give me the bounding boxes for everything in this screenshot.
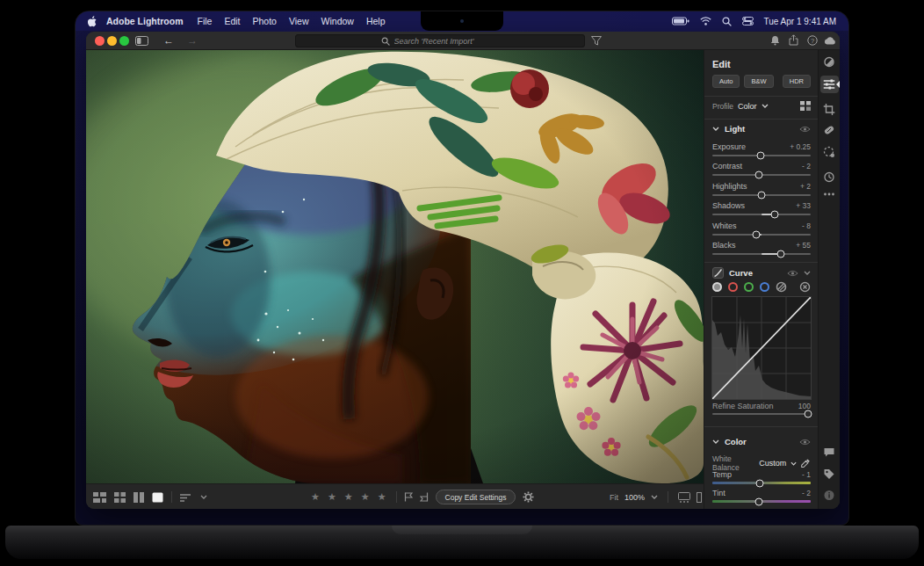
profile-chevron-down-icon[interactable] <box>762 104 769 108</box>
back-button[interactable]: ← <box>163 34 174 47</box>
battery-icon[interactable] <box>672 17 689 25</box>
tone-curve-graph[interactable] <box>711 296 812 400</box>
shadows-slider[interactable] <box>712 214 811 215</box>
reject-flag-icon[interactable] <box>420 492 429 502</box>
eyedropper-icon[interactable] <box>801 458 811 468</box>
tint-slider[interactable] <box>712 500 811 503</box>
curve-section-title[interactable]: Curve <box>729 268 753 278</box>
color-section-chevron-icon[interactable] <box>712 439 719 444</box>
menu-help[interactable]: Help <box>366 16 386 26</box>
copy-edit-settings-button[interactable]: Copy Edit Settings <box>436 490 516 504</box>
highlights-value: + 2 <box>800 182 811 191</box>
blacks-slider[interactable] <box>712 253 811 255</box>
apple-logo-icon[interactable] <box>88 16 97 27</box>
filter-icon[interactable] <box>591 36 602 46</box>
tint-slider-knob[interactable] <box>754 497 762 505</box>
detail-view-icon[interactable] <box>152 492 163 503</box>
shadows-slider-knob[interactable] <box>770 211 778 219</box>
crop-tool-icon[interactable] <box>824 104 835 115</box>
help-icon[interactable]: ? <box>807 35 818 46</box>
whites-slider[interactable] <box>712 234 811 236</box>
curve-channel-blue-button[interactable] <box>760 282 769 292</box>
filmstrip-toggle-icon[interactable] <box>678 492 690 503</box>
temp-slider[interactable] <box>712 482 811 484</box>
control-center-icon[interactable] <box>742 17 754 25</box>
settings-gear-icon[interactable] <box>523 491 534 503</box>
white-balance-chevron-icon[interactable] <box>790 461 797 466</box>
star-rating[interactable]: ★ ★ ★ ★ ★ <box>311 491 389 503</box>
curve-channel-all-button[interactable] <box>712 282 722 292</box>
curve-target-adjust-icon[interactable] <box>799 281 811 293</box>
photo-canvas[interactable] <box>86 50 704 483</box>
whites-label: Whites <box>712 221 737 230</box>
menubar-clock[interactable]: Tue Apr 1 9:41 AM <box>764 17 836 26</box>
auto-button[interactable]: Auto <box>712 75 740 88</box>
curve-icon <box>712 267 724 279</box>
search-input[interactable] <box>394 37 500 46</box>
sort-chevron-down-icon[interactable] <box>200 495 207 499</box>
minimize-window-button[interactable] <box>107 36 117 46</box>
menu-edit[interactable]: Edit <box>224 16 240 26</box>
search-bar[interactable] <box>295 34 585 47</box>
sort-icon[interactable] <box>180 493 192 502</box>
light-visibility-eye-icon[interactable] <box>799 126 811 133</box>
curve-visibility-eye-icon[interactable] <box>787 270 798 277</box>
highlights-slider[interactable] <box>712 194 811 196</box>
color-visibility-eye-icon[interactable] <box>799 439 811 446</box>
fit-label[interactable]: Fit <box>610 493 618 502</box>
edit-sliders-icon[interactable] <box>824 79 835 90</box>
zoom-level-value[interactable]: 100% <box>624 493 645 502</box>
whites-slider-knob[interactable] <box>753 231 761 239</box>
curve-channel-green-button[interactable] <box>744 282 754 292</box>
compare-view-icon[interactable] <box>134 492 144 503</box>
pick-flag-icon[interactable] <box>404 492 413 502</box>
keywords-tag-icon[interactable] <box>824 468 835 480</box>
healing-tool-icon[interactable] <box>824 125 835 135</box>
refine-saturation-knob[interactable] <box>804 410 812 418</box>
curve-channel-parametric-button[interactable] <box>776 281 787 293</box>
menu-window[interactable]: Window <box>321 16 354 26</box>
refine-saturation-slider[interactable] <box>712 413 811 415</box>
profile-browser-icon[interactable] <box>800 101 811 111</box>
zoom-chevron-down-icon[interactable] <box>651 495 658 499</box>
hdr-button[interactable]: HDR <box>783 75 811 88</box>
forward-button[interactable]: → <box>187 34 198 47</box>
close-window-button[interactable] <box>95 36 105 46</box>
light-section-title[interactable]: Light <box>725 124 745 134</box>
exposure-slider-knob[interactable] <box>756 152 764 160</box>
blacks-slider-knob[interactable] <box>777 250 785 258</box>
menubar-app-name: Adobe Lightroom <box>106 16 184 26</box>
bw-button[interactable]: B&W <box>744 75 773 88</box>
highlights-slider-knob[interactable] <box>758 192 766 200</box>
sidebar-toggle-icon[interactable] <box>135 36 148 46</box>
curve-channel-red-button[interactable] <box>728 282 738 292</box>
share-icon[interactable] <box>789 34 798 46</box>
spotlight-search-icon[interactable] <box>722 17 732 26</box>
contrast-value: - 2 <box>802 162 811 171</box>
notifications-bell-icon[interactable] <box>770 35 780 46</box>
menu-view[interactable]: View <box>289 16 309 26</box>
menu-photo[interactable]: Photo <box>253 16 277 26</box>
info-icon[interactable] <box>824 490 835 501</box>
photo-grid-view-icon[interactable] <box>93 492 106 503</box>
cloud-sync-icon[interactable] <box>824 36 836 45</box>
white-balance-value[interactable]: Custom <box>759 459 786 468</box>
menu-file[interactable]: File <box>198 16 213 26</box>
comments-icon[interactable] <box>824 447 835 458</box>
light-section-chevron-icon[interactable] <box>712 127 719 131</box>
zoom-window-button[interactable] <box>119 36 129 46</box>
temp-slider-knob[interactable] <box>755 479 763 487</box>
versions-clock-icon[interactable] <box>824 171 835 183</box>
profile-value[interactable]: Color <box>738 102 757 111</box>
color-section-title[interactable]: Color <box>725 437 747 446</box>
white-balance-label: White Balance <box>712 454 754 472</box>
exposure-slider[interactable] <box>712 155 811 156</box>
masking-tool-icon[interactable] <box>823 146 835 158</box>
more-tools-icon[interactable] <box>824 192 835 196</box>
contrast-slider-knob[interactable] <box>754 171 762 179</box>
contrast-slider[interactable] <box>712 174 811 176</box>
presets-half-circle-icon[interactable] <box>824 56 835 68</box>
curve-collapse-chevron-icon[interactable] <box>804 271 811 275</box>
wifi-icon[interactable] <box>700 17 711 25</box>
square-grid-view-icon[interactable] <box>114 492 126 503</box>
